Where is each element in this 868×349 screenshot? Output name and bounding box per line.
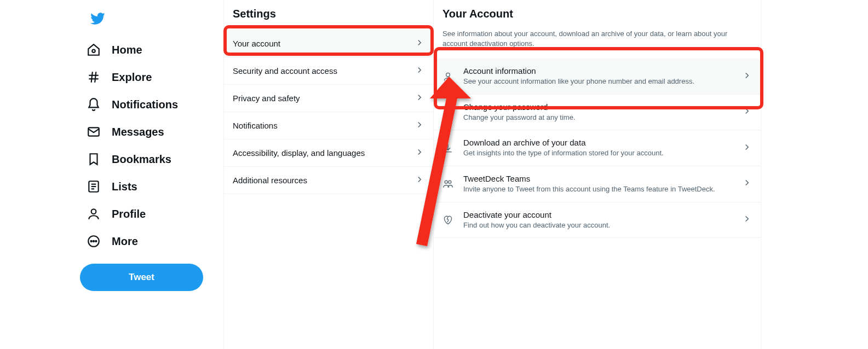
nav-profile[interactable]: Profile [80, 200, 152, 228]
download-icon [442, 143, 453, 154]
nav-bookmarks[interactable]: Bookmarks [80, 146, 178, 173]
nav-label: Lists [112, 181, 137, 193]
account-item-sub: Change your password at any time. [463, 113, 732, 123]
settings-item-label: Security and account access [233, 66, 337, 75]
twitter-logo[interactable] [84, 5, 111, 32]
home-icon [87, 43, 101, 57]
nav-label: More [112, 235, 138, 248]
bell-icon [87, 97, 101, 112]
svg-point-13 [93, 241, 94, 242]
settings-item-label: Accessibility, display, and languages [233, 148, 365, 158]
tweet-button[interactable]: Tweet [80, 264, 203, 291]
settings-column: Settings Your account Security and accou… [223, 0, 434, 349]
account-item-text: Change your password Change your passwor… [463, 102, 732, 123]
svg-line-3 [91, 72, 93, 83]
detail-title: Your Account [434, 0, 761, 29]
chevron-right-icon [415, 92, 424, 104]
account-item-deactivate[interactable]: Deactivate your account Find out how you… [434, 202, 761, 239]
nav-label: Notifications [112, 98, 178, 111]
account-item-teams[interactable]: TweetDeck Teams Invite anyone to Tweet f… [434, 166, 761, 202]
svg-line-4 [95, 72, 96, 83]
account-item-title: Deactivate your account [463, 210, 732, 219]
account-item-text: TweetDeck Teams Invite anyone to Tweet f… [463, 174, 732, 194]
svg-point-0 [92, 49, 95, 52]
svg-point-18 [449, 181, 451, 183]
settings-item-label: Your account [233, 39, 280, 48]
svg-point-12 [91, 241, 92, 242]
svg-point-10 [91, 209, 96, 214]
chevron-right-icon [415, 38, 424, 49]
account-item-info[interactable]: Account information See your account inf… [434, 59, 761, 95]
nav-notifications[interactable]: Notifications [80, 91, 185, 118]
mail-icon [87, 125, 101, 139]
settings-item-notifications[interactable]: Notifications [224, 112, 433, 139]
chevron-right-icon [415, 174, 424, 186]
settings-item-resources[interactable]: Additional resources [224, 167, 433, 194]
profile-icon [87, 207, 101, 221]
key-icon [442, 107, 453, 118]
detail-description: See information about your account, down… [434, 29, 761, 59]
account-item-sub: Get insights into the type of informatio… [463, 148, 732, 158]
chevron-right-icon [415, 65, 424, 77]
account-item-sub: See your account information like your p… [463, 77, 732, 86]
svg-point-14 [95, 241, 96, 242]
nav-label: Explore [112, 71, 152, 84]
nav-more[interactable]: More [80, 228, 145, 255]
nav-messages[interactable]: Messages [80, 118, 171, 146]
person-icon [442, 71, 453, 82]
chevron-right-icon [742, 71, 752, 83]
account-item-password[interactable]: Change your password Change your passwor… [434, 95, 761, 131]
nav-lists[interactable]: Lists [80, 173, 144, 200]
heartbreak-icon [442, 214, 453, 225]
hashtag-icon [87, 70, 101, 84]
account-item-title: Change your password [463, 102, 732, 112]
settings-item-label: Privacy and safety [233, 94, 300, 103]
nav-home[interactable]: Home [80, 36, 149, 63]
account-item-title: Account information [463, 66, 732, 75]
nav-explore[interactable]: Explore [80, 63, 158, 91]
svg-point-17 [445, 181, 447, 183]
people-icon [442, 178, 453, 189]
nav-label: Home [112, 44, 142, 56]
chevron-right-icon [415, 147, 424, 159]
account-item-title: Download an archive of your data [463, 138, 732, 147]
settings-item-your-account[interactable]: Your account [224, 30, 433, 57]
bookmark-icon [87, 152, 101, 166]
settings-item-accessibility[interactable]: Accessibility, display, and languages [224, 139, 433, 167]
settings-item-privacy[interactable]: Privacy and safety [224, 85, 433, 112]
settings-item-label: Additional resources [233, 176, 307, 185]
chevron-right-icon [742, 214, 752, 226]
svg-point-16 [444, 112, 448, 115]
list-icon [87, 179, 101, 194]
account-item-text: Account information See your account inf… [463, 66, 732, 86]
account-item-sub: Invite anyone to Tweet from this account… [463, 184, 732, 194]
detail-column: Your Account See information about your … [434, 0, 761, 349]
settings-item-security[interactable]: Security and account access [224, 57, 433, 85]
more-icon [87, 234, 101, 248]
chevron-right-icon [415, 120, 424, 131]
chevron-right-icon [742, 142, 752, 154]
nav-label: Profile [112, 208, 146, 220]
svg-point-15 [446, 73, 450, 77]
nav-label: Messages [112, 126, 164, 138]
settings-title: Settings [224, 0, 433, 30]
chevron-right-icon [742, 106, 752, 118]
account-item-title: TweetDeck Teams [463, 174, 732, 183]
account-item-sub: Find out how you can deactivate your acc… [463, 220, 732, 230]
settings-item-label: Notifications [233, 121, 278, 130]
chevron-right-icon [742, 178, 752, 190]
sidebar: Home Explore Notifications Messages Book [0, 0, 223, 349]
account-item-text: Download an archive of your data Get ins… [463, 138, 732, 158]
account-item-download[interactable]: Download an archive of your data Get ins… [434, 130, 761, 166]
nav-label: Bookmarks [112, 153, 171, 166]
account-item-text: Deactivate your account Find out how you… [463, 210, 732, 230]
